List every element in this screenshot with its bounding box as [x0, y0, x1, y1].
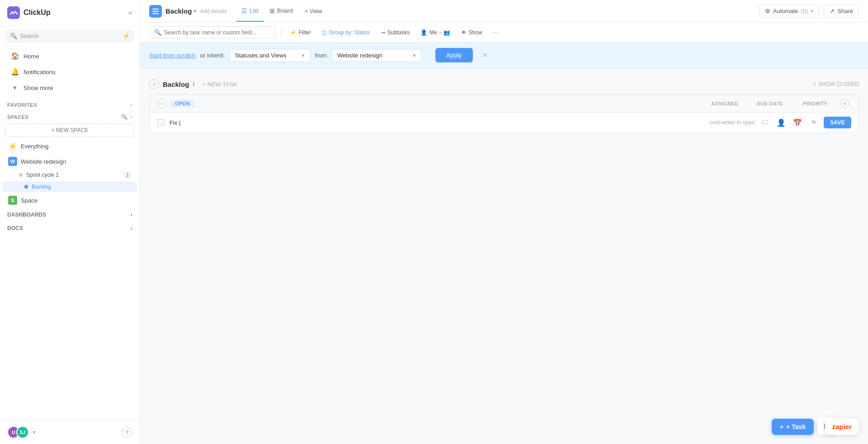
- help-button[interactable]: ?: [122, 427, 132, 438]
- task-tag-icon[interactable]: 🏷: [759, 116, 771, 129]
- sidebar-item-backlog[interactable]: Backlog: [3, 181, 137, 192]
- collapse-status-button[interactable]: ○: [157, 99, 167, 109]
- new-space-button[interactable]: + NEW SPACE: [5, 123, 134, 137]
- task-assign-icon[interactable]: 👤: [775, 116, 788, 129]
- task-name-input[interactable]: [168, 118, 706, 127]
- project-icon: [149, 5, 162, 18]
- task-checkbox[interactable]: [157, 119, 164, 126]
- docs-expand-icon: ›: [131, 225, 132, 231]
- backlog-info-icon[interactable]: ℹ: [193, 81, 195, 88]
- bell-icon: 🔔: [11, 68, 19, 76]
- project-title[interactable]: Backlog ▾: [165, 7, 196, 15]
- sidebar-item-website-redesign[interactable]: W Website redesign: [3, 154, 137, 169]
- sidebar-item-everything[interactable]: ⚡ Everything: [3, 139, 137, 153]
- start-from-scratch-link[interactable]: Start from scratch: [149, 52, 196, 59]
- subtasks-button[interactable]: ⊸ Subtasks: [376, 27, 414, 38]
- sidebar-item-sprint-cycle[interactable]: Sprint cycle 1 1: [3, 170, 137, 180]
- sidebar-item-notifications[interactable]: 🔔 Notifications: [4, 64, 136, 80]
- svg-rect-2: [152, 11, 159, 12]
- plus-icon: +: [780, 423, 783, 430]
- task-search-wrap[interactable]: 🔍: [149, 26, 276, 38]
- app-logo[interactable]: ClickUp: [7, 6, 51, 19]
- task-date-icon[interactable]: 📅: [791, 116, 804, 129]
- svg-rect-1: [152, 9, 159, 9]
- share-button[interactable]: ↗ Share: [824, 5, 859, 18]
- collapse-backlog-button[interactable]: ○: [149, 79, 159, 89]
- main-content: Backlog ▾ Add details ☰ List ⊞ Board + V…: [140, 0, 868, 444]
- column-header-assignee: ASSIGNEE: [702, 101, 747, 106]
- add-column-button[interactable]: +: [840, 99, 849, 108]
- column-header-due-date: DUE DATE: [747, 101, 793, 106]
- eye-icon: 👁: [461, 29, 467, 36]
- dashboards-section[interactable]: DASHBOARDS ›: [0, 208, 140, 222]
- add-column-area: +: [838, 99, 851, 108]
- sidebar-item-space[interactable]: S Space: [3, 193, 137, 208]
- home-icon: 🏠: [11, 52, 19, 60]
- zapier-badge[interactable]: zapier: [825, 418, 859, 435]
- inherit-from-dropdown[interactable]: Website redesign ▾: [331, 49, 422, 62]
- automate-icon: ⚙: [765, 8, 770, 14]
- automate-button[interactable]: ⚙ Automate (0) ▾: [759, 5, 820, 18]
- space-icon: S: [8, 196, 17, 205]
- content-area: ○ Backlog ℹ + NEW TASK ✓ SHOW CLOSED ○ O…: [140, 68, 868, 444]
- search-spaces-icon[interactable]: 🔍: [121, 114, 128, 120]
- sidebar-search[interactable]: 🔍 Search ⚡: [5, 29, 134, 43]
- website-redesign-icon: W: [8, 157, 17, 166]
- search-icon: 🔍: [10, 33, 17, 39]
- collapse-sidebar-button[interactable]: «: [128, 9, 132, 17]
- add-view-button[interactable]: + View: [300, 5, 327, 17]
- table-header: ○ OPEN ASSIGNEE DUE DATE PRIORITY +: [150, 95, 859, 113]
- dashboards-expand-icon: ›: [131, 212, 132, 218]
- sidebar-item-home[interactable]: 🏠 Home: [4, 48, 136, 64]
- task-action-icons: 🏷 👤 📅 ⚑: [759, 116, 820, 129]
- add-task-fab[interactable]: + + Task: [772, 419, 814, 435]
- expand-spaces-icon[interactable]: ›: [131, 114, 132, 120]
- favorites-expand-icon[interactable]: ›: [131, 102, 132, 108]
- group-by-button[interactable]: ◫ Group by: Status: [317, 27, 374, 38]
- task-flag-icon[interactable]: ⚑: [807, 116, 820, 129]
- avatar-group[interactable]: U SJ: [7, 426, 29, 439]
- me-add-icon: 👥: [443, 29, 450, 36]
- tab-list[interactable]: ☰ List: [236, 1, 264, 22]
- automate-chevron-icon: ▾: [811, 8, 813, 14]
- show-closed-button[interactable]: ✓ SHOW CLOSED: [812, 81, 859, 87]
- everything-icon: ⚡: [8, 142, 17, 151]
- group-icon: ◫: [322, 29, 327, 36]
- share-icon: ↗: [830, 8, 835, 14]
- add-details-link[interactable]: Add details: [200, 8, 226, 14]
- sidebar-header: ClickUp «: [0, 0, 140, 26]
- topbar: Backlog ▾ Add details ☰ List ⊞ Board + V…: [140, 0, 868, 23]
- tab-board[interactable]: ⊞ Board: [264, 1, 298, 22]
- inherit-banner: Start from scratch or inherit: Statuses …: [140, 43, 868, 68]
- new-task-button[interactable]: + NEW TASK: [198, 80, 241, 89]
- task-search-input[interactable]: [164, 29, 271, 36]
- status-badge-open: OPEN: [170, 99, 194, 108]
- inherit-type-chevron-icon: ▾: [302, 52, 305, 59]
- topbar-right: ⚙ Automate (0) ▾ ↗ Share: [759, 5, 859, 18]
- filter-button[interactable]: ⚡ Filter: [285, 27, 316, 38]
- sidebar-item-show-more[interactable]: ▾ Show more: [4, 80, 136, 95]
- me-icon: 👤: [420, 29, 427, 36]
- sidebar-footer: U SJ ▾ ?: [0, 420, 140, 444]
- me-button[interactable]: 👤 Me • 👥: [416, 27, 455, 38]
- favorites-section-header: FAVORITES ›: [0, 98, 140, 109]
- spaces-section-header: SPACES 🔍 ›: [0, 109, 140, 122]
- save-task-button[interactable]: SAVE: [824, 117, 851, 128]
- close-banner-button[interactable]: ×: [481, 49, 490, 62]
- me-separator: •: [439, 30, 441, 35]
- apply-button[interactable]: Apply: [435, 48, 473, 62]
- lightning-icon: ⚡: [123, 33, 130, 39]
- docs-section[interactable]: DOCS ›: [0, 222, 140, 235]
- show-button[interactable]: 👁 Show: [457, 27, 487, 38]
- chevron-down-icon[interactable]: ▾: [33, 429, 35, 435]
- task-input-row: cmd+enter to open 🏷 👤 📅 ⚑ SAVE: [150, 113, 859, 132]
- list-icon: ☰: [241, 7, 247, 14]
- inherit-type-dropdown[interactable]: Statuses and Views ▾: [229, 49, 311, 62]
- toolbar-more-button[interactable]: ⋯: [491, 27, 500, 38]
- spaces-header-actions[interactable]: 🔍 ›: [121, 114, 132, 120]
- toolbar-separator-1: [280, 28, 281, 37]
- project-title-chevron: ▾: [193, 8, 196, 14]
- column-header-priority: PRIORITY: [793, 101, 838, 106]
- inherit-from-chevron-icon: ▾: [413, 52, 416, 59]
- avatar-sj: SJ: [16, 426, 29, 439]
